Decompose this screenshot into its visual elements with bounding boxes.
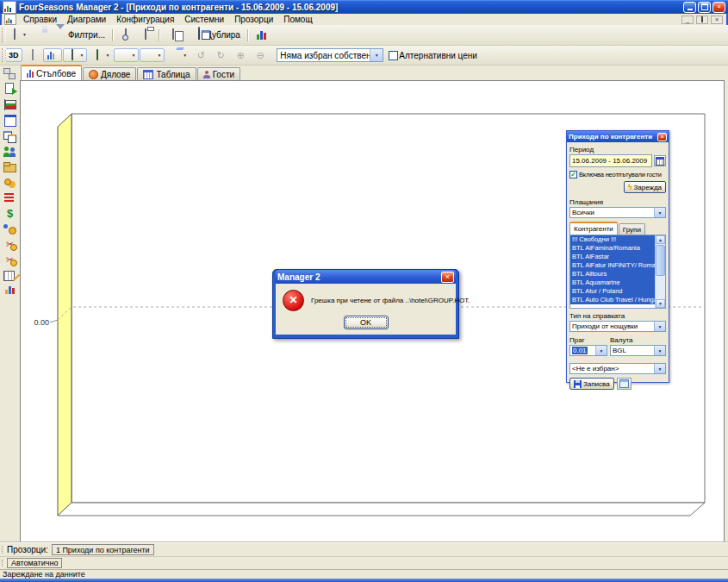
contractor-list-item[interactable]: BTL AlFatur INFINITY/ Romani <box>570 261 655 270</box>
save-button[interactable] <box>31 28 50 42</box>
period-input[interactable]: 15.06.2009 - 15.06.2009 <box>569 154 652 167</box>
3d-toggle-button[interactable]: 3D <box>5 48 22 62</box>
chart-button[interactable] <box>252 28 271 42</box>
v-gridlines-button[interactable]: ▼ <box>140 48 165 62</box>
title-bar: FourSeasons Manager 2 - [Приходи по конт… <box>0 0 728 14</box>
save-report-button[interactable]: Записва <box>569 378 614 390</box>
3d-depth-dropdown-icon[interactable]: ▼ <box>183 53 187 58</box>
people-group-icon[interactable] <box>3 145 17 158</box>
zoom-out-button[interactable]: ⊖ <box>251 48 270 62</box>
scissors-coin-icon[interactable]: ✂ <box>3 238 17 251</box>
ok-button[interactable]: OK <box>344 316 389 329</box>
load-button[interactable]: ϟ Зарежда <box>624 181 666 193</box>
dollar-icon[interactable]: $ <box>3 207 17 220</box>
contractor-list-item[interactable]: BTL Aquamarine <box>570 278 655 287</box>
report-type-select[interactable]: Приходи от нощувки ▼ <box>569 321 666 332</box>
3d-depth-button[interactable]: ▼ <box>165 48 190 62</box>
red-list-icon[interactable] <box>3 191 17 204</box>
tab-guests[interactable]: Гости <box>197 67 240 80</box>
error-dialog-title-bar[interactable]: Manager 2 × <box>276 270 456 284</box>
menu-item-diagrams[interactable]: Диаграми <box>63 15 110 24</box>
contractor-list-item[interactable]: !!! Свободни !!! <box>570 235 655 244</box>
rotate-view-button[interactable] <box>23 48 42 62</box>
print-preview-button[interactable] <box>116 28 135 42</box>
owner-select[interactable]: Няма избран собственици ▼ <box>277 48 383 62</box>
panel-title-bar[interactable]: Приходи по контрагенти × <box>567 131 669 142</box>
extra-select[interactable]: <Не е избран> ▼ <box>569 363 666 374</box>
restore-button[interactable] <box>698 2 711 13</box>
duplicate-button[interactable]: Дублира <box>189 28 244 42</box>
mdi-minimize-button[interactable]: _ <box>681 16 694 24</box>
alt-prices-checkbox[interactable] <box>389 51 398 60</box>
tab-groups[interactable]: Групи <box>619 223 645 235</box>
chart-person-icon[interactable] <box>3 285 17 294</box>
calendar-window-icon[interactable] <box>3 114 17 127</box>
legend-button[interactable]: ▼ <box>63 48 88 62</box>
scroll-up-icon[interactable]: ▲ <box>656 235 665 244</box>
list-scrollbar[interactable]: ▲ ▼ <box>655 235 665 308</box>
marks-dropdown-icon[interactable]: ▼ <box>105 53 109 58</box>
coins-icon[interactable] <box>3 176 17 189</box>
tab-pie[interactable]: Дялове <box>83 67 136 80</box>
menu-item-configuration[interactable]: Конфигурация <box>112 15 178 24</box>
new-dropdown-icon[interactable]: ▼ <box>22 33 27 37</box>
filters-button[interactable]: Филтри... <box>51 28 109 42</box>
org-chart-icon[interactable] <box>3 67 17 80</box>
threshold-arrow-icon[interactable]: ▼ <box>595 346 607 355</box>
menu-item-reports[interactable]: Справки <box>19 15 61 24</box>
folder-icon[interactable] <box>3 160 17 173</box>
table-edit-icon[interactable] <box>3 269 17 282</box>
tab-bars[interactable]: Стълбове <box>21 65 82 80</box>
report-type-arrow-icon[interactable]: ▼ <box>654 322 665 331</box>
scrollbar-thumb[interactable] <box>656 245 665 276</box>
owner-select-arrow-icon[interactable]: ▼ <box>370 49 383 61</box>
threshold-combo[interactable]: 0.01 ▼ <box>569 345 607 356</box>
contractor-list-item[interactable]: BTL Atur / Poland <box>570 287 655 296</box>
copy-window-icon[interactable] <box>3 129 17 142</box>
h-gridlines-button[interactable]: ▼ <box>114 48 139 62</box>
contractor-list-item[interactable]: BTL Alltours <box>570 270 655 278</box>
panel-close-button[interactable]: × <box>657 133 667 141</box>
open-window-button[interactable]: 1 Приходи по контрагенти <box>52 544 154 555</box>
grid-options-button[interactable] <box>617 378 632 390</box>
menu-item-help[interactable]: Помощ <box>279 15 316 24</box>
menu-item-system[interactable]: Системни <box>180 15 228 24</box>
mdi-restore-button[interactable] <box>696 16 708 24</box>
print-button[interactable] <box>136 28 155 42</box>
contractor-list-item[interactable]: BTL AlFamina/Romania <box>570 244 655 253</box>
scissors-discount-icon[interactable]: ✂ <box>3 253 17 266</box>
contractor-list-item[interactable]: BTL Auto Club Travel / Hunga <box>570 296 655 304</box>
currency-select[interactable]: BGL ▼ <box>610 345 666 356</box>
payments-select-arrow-icon[interactable]: ▼ <box>654 208 665 217</box>
report-parameters-panel: Приходи по контрагенти × Период 15.06.20… <box>566 130 669 383</box>
error-dialog-close-button[interactable]: × <box>441 272 454 283</box>
tab-contractors[interactable]: Контрагенти <box>569 222 618 235</box>
flag-icon[interactable] <box>3 98 17 111</box>
zoom-in-button[interactable]: ⊕ <box>231 48 250 62</box>
minimize-button[interactable] <box>683 2 696 13</box>
currency-arrow-icon[interactable]: ▼ <box>654 346 665 355</box>
alt-prices-label: Алтернативни цени <box>399 51 477 60</box>
automatic-button[interactable]: Автоматично <box>7 558 62 568</box>
v-gridlines-dropdown-icon[interactable]: ▼ <box>157 53 161 58</box>
scroll-down-icon[interactable]: ▼ <box>656 299 665 308</box>
mdi-close-button[interactable]: × <box>711 16 723 24</box>
calendar-button[interactable] <box>654 155 666 166</box>
legend-dropdown-icon[interactable]: ▼ <box>80 53 84 58</box>
people-coin-icon[interactable] <box>3 222 17 235</box>
extra-select-arrow-icon[interactable]: ▼ <box>654 364 665 373</box>
contractor-list-item[interactable]: BTL AlFastar <box>570 253 655 261</box>
bar-style-button[interactable] <box>43 48 62 62</box>
menu-item-windows[interactable]: Прозорци <box>230 15 277 24</box>
h-gridlines-dropdown-icon[interactable]: ▼ <box>131 53 135 58</box>
rotate-cw-button[interactable]: ↻ <box>211 48 230 62</box>
payments-select[interactable]: Всички ▼ <box>569 207 666 218</box>
tab-table[interactable]: Таблица <box>137 67 196 80</box>
marks-button[interactable]: ▼ <box>88 48 113 62</box>
close-button[interactable]: × <box>712 2 725 13</box>
rotate-ccw-button[interactable]: ↺ <box>191 48 210 62</box>
include-guests-checkbox[interactable]: ✓ <box>569 171 577 178</box>
export-page-icon[interactable] <box>3 83 17 96</box>
new-document-button[interactable]: ▼ <box>5 28 30 42</box>
copy-button[interactable]: ▼ <box>163 28 188 42</box>
